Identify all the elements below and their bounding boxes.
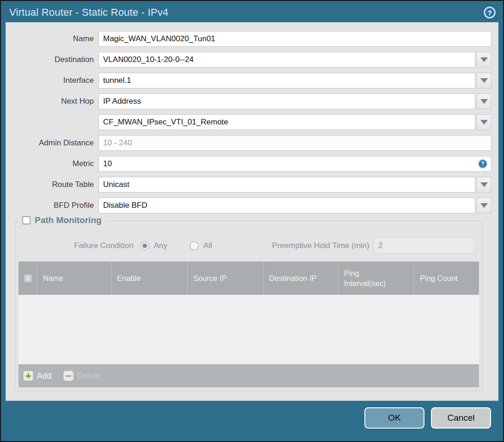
failure-condition-label: Failure Condition xyxy=(74,241,134,250)
table-body-empty xyxy=(18,295,479,364)
preemptive-hold-time-input[interactable] xyxy=(374,238,475,254)
path-monitoring-title: Path Monitoring xyxy=(35,215,102,225)
next-hop-dropdown-button[interactable] xyxy=(476,93,492,109)
destination-input[interactable] xyxy=(98,52,475,68)
route-table-label: Route Table xyxy=(6,180,98,189)
failure-condition-all-label: All xyxy=(203,241,212,250)
minus-icon xyxy=(63,371,74,381)
header-cell-select xyxy=(18,261,37,295)
failure-condition-all-radio[interactable] xyxy=(190,241,199,250)
admin-distance-row: Admin Distance xyxy=(6,135,492,151)
interface-input[interactable] xyxy=(98,73,475,88)
path-monitoring-section: Path Monitoring Failure Condition Any Al… xyxy=(15,221,482,391)
metric-row: Metric ? xyxy=(6,156,492,172)
failure-condition-row: Failure Condition Any All Preemptive Hol… xyxy=(18,235,479,254)
header-cell-source-ip: Source IP xyxy=(187,261,263,295)
admin-distance-label: Admin Distance xyxy=(6,138,98,148)
header-cell-ping-interval: Ping Interval(sec) xyxy=(338,261,414,295)
name-row: Name xyxy=(6,31,492,47)
add-button[interactable]: Add xyxy=(23,371,51,381)
ok-button[interactable]: OK xyxy=(364,407,424,429)
route-table-dropdown-button[interactable] xyxy=(476,177,492,193)
bfd-profile-dropdown-button[interactable] xyxy=(476,198,492,213)
radio-dot xyxy=(142,243,147,248)
dialog-title: Virtual Router - Static Route - IPv4 xyxy=(9,6,168,19)
destination-row: Destination xyxy=(6,52,492,68)
interface-row: Interface xyxy=(6,73,492,88)
header-cell-enable: Enable xyxy=(111,261,187,295)
chevron-down-icon xyxy=(480,99,488,104)
next-hop-address-input[interactable] xyxy=(98,114,475,130)
destination-label: Destination xyxy=(6,55,98,64)
delete-button[interactable]: Delete xyxy=(63,371,101,381)
metric-label: Metric xyxy=(6,159,98,168)
help-icon[interactable]: ? xyxy=(484,6,496,19)
next-hop-row: Next Hop xyxy=(6,93,492,109)
header-cell-ping-count: Ping Count xyxy=(414,261,479,295)
route-table-input[interactable] xyxy=(98,177,475,193)
chevron-down-icon xyxy=(480,182,488,187)
next-hop-type-input[interactable] xyxy=(98,93,475,109)
bfd-profile-label: BFD Profile xyxy=(6,201,98,210)
header-cell-destination-ip: Destination IP xyxy=(263,261,338,295)
dialog-footer: OK Cancel xyxy=(1,401,503,442)
admin-distance-input[interactable] xyxy=(98,135,492,151)
preemptive-hold-time-label: Preemptive Hold Time (min) xyxy=(272,241,369,250)
name-input[interactable] xyxy=(98,31,492,47)
static-route-dialog: Virtual Router - Static Route - IPv4 ? N… xyxy=(0,0,504,442)
path-monitoring-legend: Path Monitoring xyxy=(18,215,105,225)
plus-icon xyxy=(23,371,33,381)
chevron-down-icon xyxy=(480,203,488,208)
dialog-content: Name Destination Interface xyxy=(6,22,498,401)
cancel-button[interactable]: Cancel xyxy=(431,407,491,429)
bfd-profile-row: BFD Profile xyxy=(6,198,492,213)
chevron-down-icon xyxy=(480,120,488,125)
interface-dropdown-button[interactable] xyxy=(476,73,492,88)
metric-help-icon[interactable]: ? xyxy=(478,159,487,168)
next-hop-address-dropdown-button[interactable] xyxy=(476,114,492,130)
path-monitoring-table: Name Enable Source IP Destination IP Pin… xyxy=(18,261,479,387)
table-header-row: Name Enable Source IP Destination IP Pin… xyxy=(18,261,479,295)
bfd-profile-input[interactable] xyxy=(98,198,475,213)
next-hop-label: Next Hop xyxy=(6,97,98,106)
chevron-down-icon xyxy=(480,57,488,62)
chevron-down-icon xyxy=(480,78,488,83)
failure-condition-any-radio[interactable] xyxy=(140,241,149,250)
route-table-row: Route Table xyxy=(6,177,492,193)
name-label: Name xyxy=(6,34,98,44)
dialog-titlebar: Virtual Router - Static Route - IPv4 ? xyxy=(1,1,503,22)
destination-dropdown-button[interactable] xyxy=(476,52,492,68)
table-toolbar: Add Delete xyxy=(18,364,479,387)
header-cell-name: Name xyxy=(37,261,111,295)
next-hop-address-row xyxy=(6,114,492,130)
failure-condition-any-label: Any xyxy=(154,241,167,250)
select-all-checkbox[interactable] xyxy=(24,274,32,282)
interface-label: Interface xyxy=(6,76,98,85)
metric-input[interactable] xyxy=(98,156,492,172)
path-monitoring-checkbox[interactable] xyxy=(22,216,31,224)
failure-condition-radio-group: Any All xyxy=(140,241,230,250)
